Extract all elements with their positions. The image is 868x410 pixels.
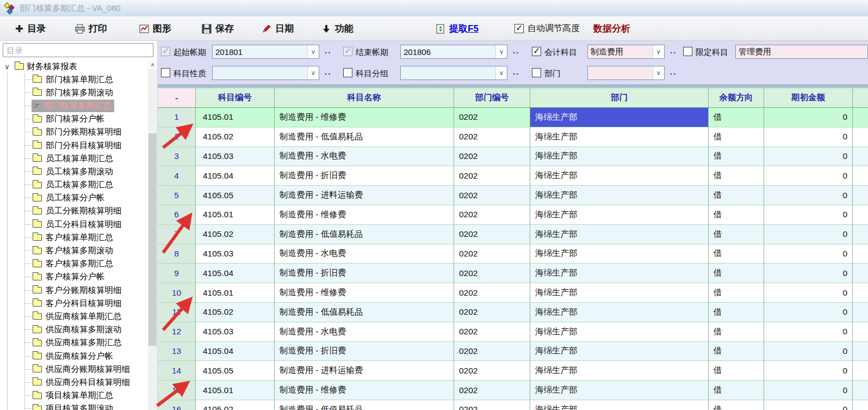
initial-amount-cell[interactable]: 0 [764, 322, 853, 342]
dept-cell[interactable]: 海绵生产部 [530, 283, 709, 303]
tree-search-input[interactable] [3, 43, 153, 57]
balance-direction-cell[interactable]: 借 [709, 244, 764, 264]
subject-code-cell[interactable]: 4105.04 [196, 264, 275, 283]
dept-cell[interactable]: 海绵生产部 [530, 244, 709, 264]
chevron-expanded-icon[interactable]: ∨ [2, 63, 12, 71]
tree-item[interactable]: ☞ 员工核算多期滚动 [0, 165, 148, 178]
subject-nature-combo[interactable]: ∨ [212, 66, 319, 80]
department-browse[interactable]: .. [670, 67, 677, 76]
subject-name-cell[interactable]: 制造费用 - 维修费 [275, 205, 454, 225]
dept-cell[interactable]: 海绵生产部 [530, 108, 709, 127]
graph-button[interactable]: 图形 [136, 16, 175, 41]
table-row[interactable]: 2 4105.02 制造费用 - 低值易耗品 0202 海绵生产部 借 0 [158, 127, 868, 147]
subject-name-cell[interactable]: 制造费用 - 低值易耗品 [275, 303, 454, 322]
column-header[interactable]: - [158, 88, 196, 108]
tree-item[interactable]: ☞ 供应商核算多期滚动 [0, 323, 148, 336]
table-row[interactable]: 7 4105.02 制造费用 - 低值易耗品 0202 海绵生产部 借 0 [158, 225, 868, 244]
row-number-cell[interactable]: 5 [158, 186, 196, 205]
balance-direction-cell[interactable]: 借 [709, 225, 764, 244]
table-row[interactable]: 8 4105.03 制造费用 - 水电费 0202 海绵生产部 借 0 [158, 244, 868, 264]
balance-direction-cell[interactable]: 借 [709, 361, 764, 381]
balance-direction-cell[interactable]: 借 [709, 303, 764, 322]
subject-code-cell[interactable]: 4105.03 [196, 244, 275, 264]
table-row[interactable]: 10 4105.01 制造费用 - 维修费 0202 海绵生产部 借 0 [158, 283, 868, 303]
balance-direction-cell[interactable]: 借 [709, 264, 764, 283]
balance-direction-cell[interactable]: 借 [709, 166, 764, 186]
balance-direction-cell[interactable]: 借 [709, 108, 764, 127]
tree-item[interactable]: ☞ 供应商分账期核算明细 [0, 363, 148, 376]
subject-code-cell[interactable]: 4105.02 [196, 400, 275, 410]
initial-amount-cell[interactable]: 0 [764, 342, 853, 362]
subject-name-cell[interactable]: 制造费用 - 维修费 [275, 283, 454, 303]
balance-direction-cell[interactable]: 借 [709, 322, 764, 342]
column-header[interactable]: 部门 [530, 88, 709, 108]
subject-code-cell[interactable]: 4105.02 [196, 225, 275, 244]
column-header[interactable]: 科目编号 [196, 88, 275, 108]
account-subject-browse[interactable]: .. [670, 46, 677, 55]
dept-cell[interactable]: 海绵生产部 [530, 361, 709, 381]
tree-item[interactable]: ☞ 供应商分科目核算明细 [0, 376, 148, 389]
department-combo[interactable]: ∨ [587, 66, 665, 80]
subject-code-cell[interactable]: 4105.01 [196, 381, 275, 400]
chevron-down-icon[interactable]: ∨ [495, 66, 507, 79]
initial-amount-cell[interactable]: 0 [764, 283, 853, 303]
table-row[interactable]: 5 4105.05 制造费用 - 进料运输费 0202 海绵生产部 借 0 [158, 186, 868, 205]
dept-cell[interactable]: 海绵生产部 [530, 186, 709, 205]
account-subject-combo[interactable]: 制造费用 ∨ [587, 45, 665, 59]
catalog-button[interactable]: ✚ 目录 [12, 16, 49, 41]
subject-code-cell[interactable]: 4105.01 [196, 205, 275, 225]
scrollbar-thumb[interactable] [148, 133, 157, 346]
initial-amount-cell[interactable]: 0 [764, 147, 853, 167]
subject-name-cell[interactable]: 制造费用 - 水电费 [275, 322, 454, 342]
chevron-down-icon[interactable]: ∨ [307, 45, 319, 58]
tree-item[interactable]: ☞ 供应商核算分户帐 [0, 350, 148, 363]
subject-code-cell[interactable]: 4105.05 [196, 186, 275, 205]
dept-cell[interactable]: 海绵生产部 [530, 381, 709, 400]
subject-name-cell[interactable]: 制造费用 - 进料运输费 [275, 186, 454, 205]
dept-cell[interactable]: 海绵生产部 [530, 264, 709, 283]
row-number-cell[interactable]: 1 [158, 108, 196, 127]
save-button[interactable]: 保存 目录 [199, 16, 237, 41]
column-header[interactable]: 期初金额 [764, 88, 853, 108]
subject-name-cell[interactable]: 制造费用 - 进料运输费 [275, 361, 454, 381]
tree-item[interactable]: ☞ 项目核算单期汇总 [0, 389, 148, 402]
initial-amount-cell[interactable]: 0 [764, 264, 853, 283]
start-period-combo[interactable]: 201801 ∨ [212, 45, 319, 59]
column-header[interactable] [853, 88, 868, 108]
initial-amount-cell[interactable]: 0 [764, 361, 853, 381]
dept-cell[interactable]: 海绵生产部 [530, 147, 709, 167]
balance-direction-cell[interactable]: 借 [709, 400, 764, 410]
tree-item[interactable]: ☞ 客户核算单期汇总 [0, 231, 148, 244]
end-period-browse[interactable]: .. [513, 46, 519, 55]
balance-direction-cell[interactable]: 借 [709, 381, 764, 400]
subject-code-cell[interactable]: 4105.03 [196, 322, 275, 342]
dept-code-cell[interactable]: 0202 [454, 264, 530, 283]
subject-code-cell[interactable]: 4105.04 [196, 342, 275, 362]
dept-cell[interactable]: 海绵生产部 [530, 322, 709, 342]
tree-item[interactable]: ☞ 供应商核算单期汇总 [0, 310, 148, 323]
row-number-cell[interactable]: 4 [158, 166, 196, 186]
initial-amount-cell[interactable]: 0 [764, 127, 853, 147]
balance-direction-cell[interactable]: 借 [709, 283, 764, 303]
limit-subject-checkbox[interactable] [683, 47, 692, 56]
balance-direction-cell[interactable]: 借 [709, 147, 764, 167]
table-row[interactable]: 14 4105.05 制造费用 - 进料运输费 0202 海绵生产部 借 0 [158, 361, 868, 381]
dept-code-cell[interactable]: 0202 [454, 303, 530, 322]
account-subject-checkbox[interactable] [532, 47, 541, 56]
limit-subject-field[interactable]: 管理费用 [735, 45, 868, 59]
subject-code-cell[interactable]: 4105.02 [196, 127, 275, 147]
row-number-cell[interactable]: 2 [158, 127, 196, 147]
initial-amount-cell[interactable]: 0 [764, 186, 853, 205]
subject-code-cell[interactable]: 4105.01 [196, 283, 275, 303]
tree-item[interactable]: ☞ 客户核算多期滚动 [0, 244, 148, 257]
table-row[interactable]: 1 4105.01 制造费用 - 维修费 0202 海绵生产部 借 0 [158, 108, 868, 127]
subject-code-cell[interactable]: 4105.04 [196, 166, 275, 186]
dept-cell[interactable]: 海绵生产部 [530, 205, 709, 225]
subject-name-cell[interactable]: 制造费用 - 低值易耗品 [275, 225, 454, 244]
tree-item[interactable]: ☞ 部门核算单期汇总 [0, 73, 148, 86]
subject-nature-browse[interactable]: .. [325, 67, 331, 76]
print-button[interactable]: 打印 [72, 16, 110, 41]
row-number-cell[interactable]: 7 [158, 225, 196, 244]
table-row[interactable]: 11 4105.02 制造费用 - 低值易耗品 0202 海绵生产部 借 0 [158, 303, 868, 322]
dept-code-cell[interactable]: 0202 [454, 225, 530, 244]
